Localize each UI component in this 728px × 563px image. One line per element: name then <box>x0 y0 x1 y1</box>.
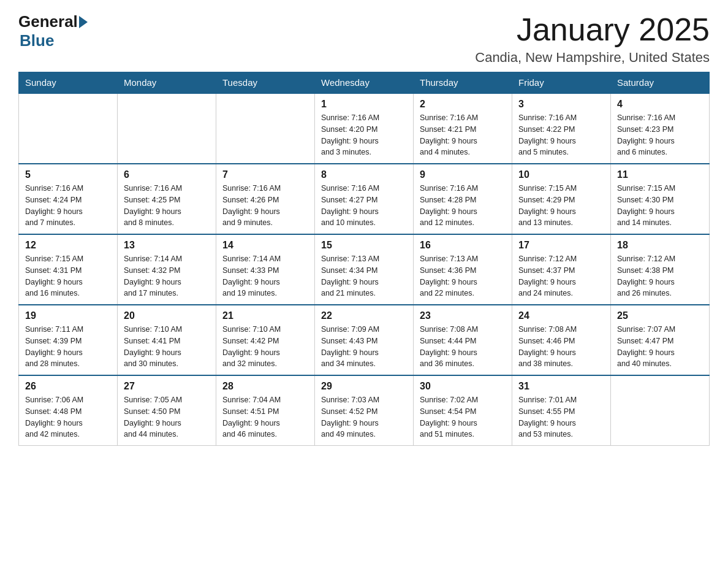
calendar-cell: 3Sunrise: 7:16 AMSunset: 4:22 PMDaylight… <box>512 93 611 164</box>
week-row-5: 26Sunrise: 7:06 AMSunset: 4:48 PMDayligh… <box>19 375 710 446</box>
title-section: January 2025 Candia, New Hampshire, Unit… <box>475 12 710 66</box>
calendar-cell: 26Sunrise: 7:06 AMSunset: 4:48 PMDayligh… <box>19 375 118 446</box>
day-info: Sunrise: 7:15 AMSunset: 4:29 PMDaylight:… <box>518 183 604 229</box>
calendar-cell: 20Sunrise: 7:10 AMSunset: 4:41 PMDayligh… <box>118 305 216 375</box>
header-friday: Friday <box>512 72 611 94</box>
calendar-cell <box>611 375 710 446</box>
calendar-cell: 21Sunrise: 7:10 AMSunset: 4:42 PMDayligh… <box>216 305 315 375</box>
day-number: 19 <box>25 310 111 321</box>
day-info: Sunrise: 7:14 AMSunset: 4:33 PMDaylight:… <box>222 253 308 299</box>
calendar-cell: 17Sunrise: 7:12 AMSunset: 4:37 PMDayligh… <box>512 234 611 305</box>
day-info: Sunrise: 7:13 AMSunset: 4:34 PMDaylight:… <box>321 253 407 299</box>
day-number: 15 <box>321 240 407 251</box>
day-number: 9 <box>420 169 506 180</box>
day-number: 1 <box>321 99 407 110</box>
calendar-cell: 28Sunrise: 7:04 AMSunset: 4:51 PMDayligh… <box>216 375 315 446</box>
day-info: Sunrise: 7:04 AMSunset: 4:51 PMDaylight:… <box>222 394 308 440</box>
day-info: Sunrise: 7:01 AMSunset: 4:55 PMDaylight:… <box>518 394 604 440</box>
calendar-cell: 5Sunrise: 7:16 AMSunset: 4:24 PMDaylight… <box>19 164 118 234</box>
day-number: 4 <box>617 99 703 110</box>
day-info: Sunrise: 7:03 AMSunset: 4:52 PMDaylight:… <box>321 394 407 440</box>
day-info: Sunrise: 7:13 AMSunset: 4:36 PMDaylight:… <box>420 253 506 299</box>
calendar-table: Sunday Monday Tuesday Wednesday Thursday… <box>18 72 710 446</box>
day-number: 18 <box>617 240 703 251</box>
day-info: Sunrise: 7:09 AMSunset: 4:43 PMDaylight:… <box>321 324 407 370</box>
day-info: Sunrise: 7:16 AMSunset: 4:25 PMDaylight:… <box>124 183 210 229</box>
day-info: Sunrise: 7:16 AMSunset: 4:21 PMDaylight:… <box>420 112 506 158</box>
calendar-cell: 22Sunrise: 7:09 AMSunset: 4:43 PMDayligh… <box>315 305 414 375</box>
calendar-cell: 4Sunrise: 7:16 AMSunset: 4:23 PMDaylight… <box>611 93 710 164</box>
day-info: Sunrise: 7:05 AMSunset: 4:50 PMDaylight:… <box>124 394 210 440</box>
day-number: 8 <box>321 169 407 180</box>
day-number: 31 <box>518 381 604 392</box>
day-number: 22 <box>321 310 407 321</box>
header-saturday: Saturday <box>611 72 710 94</box>
calendar-cell: 2Sunrise: 7:16 AMSunset: 4:21 PMDaylight… <box>414 93 512 164</box>
calendar-cell <box>19 93 118 164</box>
calendar-cell: 25Sunrise: 7:07 AMSunset: 4:47 PMDayligh… <box>611 305 710 375</box>
calendar-cell <box>118 93 216 164</box>
calendar-cell: 11Sunrise: 7:15 AMSunset: 4:30 PMDayligh… <box>611 164 710 234</box>
weekday-header-row: Sunday Monday Tuesday Wednesday Thursday… <box>19 72 710 94</box>
day-number: 30 <box>420 381 506 392</box>
day-number: 6 <box>124 169 210 180</box>
calendar-cell: 24Sunrise: 7:08 AMSunset: 4:46 PMDayligh… <box>512 305 611 375</box>
calendar-cell: 19Sunrise: 7:11 AMSunset: 4:39 PMDayligh… <box>19 305 118 375</box>
week-row-3: 12Sunrise: 7:15 AMSunset: 4:31 PMDayligh… <box>19 234 710 305</box>
calendar-cell: 18Sunrise: 7:12 AMSunset: 4:38 PMDayligh… <box>611 234 710 305</box>
calendar-cell: 30Sunrise: 7:02 AMSunset: 4:54 PMDayligh… <box>414 375 512 446</box>
calendar-cell: 14Sunrise: 7:14 AMSunset: 4:33 PMDayligh… <box>216 234 315 305</box>
day-number: 23 <box>420 310 506 321</box>
day-number: 16 <box>420 240 506 251</box>
day-number: 2 <box>420 99 506 110</box>
day-number: 13 <box>124 240 210 251</box>
header-tuesday: Tuesday <box>216 72 315 94</box>
calendar-cell: 1Sunrise: 7:16 AMSunset: 4:20 PMDaylight… <box>315 93 414 164</box>
calendar-cell: 23Sunrise: 7:08 AMSunset: 4:44 PMDayligh… <box>414 305 512 375</box>
day-info: Sunrise: 7:10 AMSunset: 4:42 PMDaylight:… <box>222 324 308 370</box>
day-info: Sunrise: 7:11 AMSunset: 4:39 PMDaylight:… <box>25 324 111 370</box>
calendar-cell: 16Sunrise: 7:13 AMSunset: 4:36 PMDayligh… <box>414 234 512 305</box>
header-thursday: Thursday <box>414 72 512 94</box>
day-info: Sunrise: 7:12 AMSunset: 4:37 PMDaylight:… <box>518 253 604 299</box>
day-info: Sunrise: 7:16 AMSunset: 4:27 PMDaylight:… <box>321 183 407 229</box>
calendar-cell: 10Sunrise: 7:15 AMSunset: 4:29 PMDayligh… <box>512 164 611 234</box>
day-number: 17 <box>518 240 604 251</box>
calendar-cell: 27Sunrise: 7:05 AMSunset: 4:50 PMDayligh… <box>118 375 216 446</box>
day-info: Sunrise: 7:16 AMSunset: 4:24 PMDaylight:… <box>25 183 111 229</box>
day-info: Sunrise: 7:16 AMSunset: 4:23 PMDaylight:… <box>617 112 703 158</box>
calendar-cell: 7Sunrise: 7:16 AMSunset: 4:26 PMDaylight… <box>216 164 315 234</box>
day-number: 25 <box>617 310 703 321</box>
day-info: Sunrise: 7:15 AMSunset: 4:30 PMDaylight:… <box>617 183 703 229</box>
logo: General Blue <box>18 12 89 50</box>
logo-general-text: General <box>18 12 78 31</box>
calendar-title: January 2025 <box>475 12 710 47</box>
day-info: Sunrise: 7:07 AMSunset: 4:47 PMDaylight:… <box>617 324 703 370</box>
day-info: Sunrise: 7:15 AMSunset: 4:31 PMDaylight:… <box>25 253 111 299</box>
header-wednesday: Wednesday <box>315 72 414 94</box>
logo-blue-text: Blue <box>20 31 54 50</box>
day-number: 3 <box>518 99 604 110</box>
day-number: 5 <box>25 169 111 180</box>
header-sunday: Sunday <box>19 72 118 94</box>
day-number: 11 <box>617 169 703 180</box>
day-info: Sunrise: 7:06 AMSunset: 4:48 PMDaylight:… <box>25 394 111 440</box>
week-row-1: 1Sunrise: 7:16 AMSunset: 4:20 PMDaylight… <box>19 93 710 164</box>
calendar-cell <box>216 93 315 164</box>
day-number: 14 <box>222 240 308 251</box>
calendar-cell: 13Sunrise: 7:14 AMSunset: 4:32 PMDayligh… <box>118 234 216 305</box>
page-header: General Blue January 2025 Candia, New Ha… <box>18 12 710 66</box>
day-info: Sunrise: 7:16 AMSunset: 4:26 PMDaylight:… <box>222 183 308 229</box>
header-monday: Monday <box>118 72 216 94</box>
day-number: 26 <box>25 381 111 392</box>
day-number: 21 <box>222 310 308 321</box>
day-number: 7 <box>222 169 308 180</box>
day-info: Sunrise: 7:14 AMSunset: 4:32 PMDaylight:… <box>124 253 210 299</box>
day-info: Sunrise: 7:16 AMSunset: 4:22 PMDaylight:… <box>518 112 604 158</box>
day-info: Sunrise: 7:10 AMSunset: 4:41 PMDaylight:… <box>124 324 210 370</box>
day-number: 24 <box>518 310 604 321</box>
week-row-2: 5Sunrise: 7:16 AMSunset: 4:24 PMDaylight… <box>19 164 710 234</box>
calendar-cell: 15Sunrise: 7:13 AMSunset: 4:34 PMDayligh… <box>315 234 414 305</box>
calendar-cell: 12Sunrise: 7:15 AMSunset: 4:31 PMDayligh… <box>19 234 118 305</box>
logo-arrow-icon <box>79 16 88 28</box>
